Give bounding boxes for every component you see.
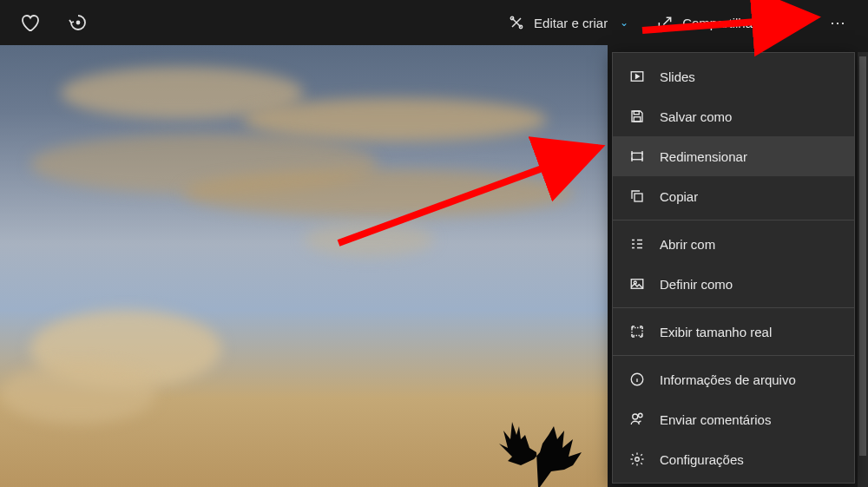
feedback-icon: [628, 411, 646, 428]
favorite-button[interactable]: [7, 0, 52, 45]
svg-point-17: [635, 457, 640, 462]
svg-rect-10: [635, 194, 642, 201]
menu-open-with[interactable]: Abrir com: [613, 224, 854, 264]
menu-label: Enviar comentários: [660, 412, 771, 427]
top-toolbar: Editar e criar ⌄ Compartilhar: [0, 0, 868, 45]
slideshow-icon: [628, 68, 646, 85]
rotate-icon: [68, 12, 89, 33]
copy-icon: [628, 188, 646, 205]
edit-create-button[interactable]: Editar e criar ⌄: [494, 0, 642, 45]
menu-slides[interactable]: Slides: [613, 56, 854, 96]
menu-settings[interactable]: Configurações: [613, 439, 854, 479]
menu-copy[interactable]: Copiar: [613, 176, 854, 216]
menu-feedback[interactable]: Enviar comentários: [613, 399, 854, 439]
image-viewport: [0, 45, 608, 487]
settings-icon: [628, 451, 646, 468]
svg-rect-7: [634, 111, 639, 115]
menu-label: Exibir tamanho real: [660, 325, 772, 339]
menu-label: Copiar: [660, 189, 698, 204]
scrollbar-thumb[interactable]: [859, 56, 866, 456]
share-label: Compartilhar: [682, 16, 757, 30]
share-icon: [656, 14, 674, 31]
tree-silhouette: [486, 409, 590, 487]
menu-label: Redimensionar: [660, 149, 747, 164]
heart-icon: [19, 12, 40, 33]
menu-divider: [613, 307, 854, 308]
svg-point-15: [633, 414, 638, 419]
menu-label: Configurações: [660, 452, 744, 467]
menu-label: Slides: [660, 69, 695, 84]
menu-save-as[interactable]: Salvar como: [613, 96, 854, 136]
more-button[interactable]: ⋯: [816, 0, 861, 45]
edit-label: Editar e criar: [534, 16, 608, 30]
print-icon: [784, 13, 803, 32]
menu-label: Definir como: [660, 277, 733, 292]
more-dropdown-menu: Slides Salvar como Redimensionar Copiar …: [612, 52, 855, 484]
rotate-button[interactable]: [56, 0, 101, 45]
menu-divider: [613, 355, 854, 356]
menu-actual-size[interactable]: Exibir tamanho real: [613, 312, 854, 352]
svg-point-0: [77, 22, 80, 24]
menu-set-as[interactable]: Definir como: [613, 264, 854, 304]
ellipsis-icon: ⋯: [830, 13, 847, 32]
dropdown-scrollbar[interactable]: [858, 52, 868, 487]
chevron-down-icon: ⌄: [620, 16, 628, 29]
info-icon: [628, 371, 646, 388]
open-with-icon: [628, 235, 646, 253]
menu-label: Salvar como: [660, 109, 732, 124]
menu-label: Abrir com: [660, 237, 715, 252]
toolbar-left-group: [7, 0, 101, 45]
menu-divider: [613, 220, 854, 220]
svg-rect-9: [632, 153, 642, 160]
resize-icon: [628, 148, 646, 165]
share-button[interactable]: Compartilhar: [642, 0, 771, 45]
svg-point-16: [639, 413, 643, 418]
menu-resize[interactable]: Redimensionar: [613, 136, 854, 176]
set-as-icon: [628, 275, 646, 293]
menu-file-info[interactable]: Informações de arquivo: [613, 359, 854, 399]
actual-size-icon: [628, 323, 646, 340]
print-button[interactable]: [771, 0, 816, 45]
edit-icon: [508, 14, 525, 31]
toolbar-right-group: Editar e criar ⌄ Compartilhar: [494, 0, 861, 45]
save-icon: [628, 108, 646, 125]
svg-rect-13: [632, 328, 642, 336]
svg-rect-8: [634, 117, 641, 122]
menu-label: Informações de arquivo: [660, 372, 796, 387]
